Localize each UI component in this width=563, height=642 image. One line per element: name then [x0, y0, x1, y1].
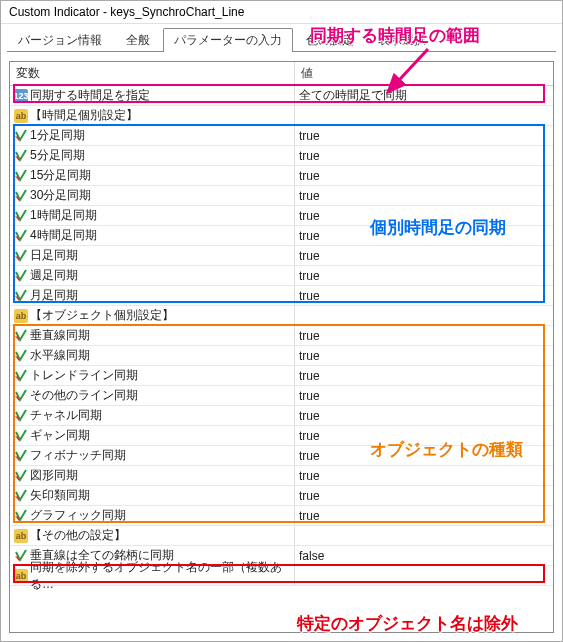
- table-row[interactable]: ギャン同期true: [10, 426, 553, 446]
- variable-label: 【時間足個別設定】: [30, 107, 138, 124]
- table-row[interactable]: その他のライン同期true: [10, 386, 553, 406]
- tab-colors[interactable]: 色の設定: [295, 28, 365, 52]
- cell-value[interactable]: true: [295, 286, 553, 305]
- bool-icon: [14, 509, 28, 523]
- cell-variable: 4時間足同期: [10, 226, 295, 245]
- cell-value[interactable]: true: [295, 506, 553, 525]
- header-value: 値: [295, 62, 553, 85]
- cell-value[interactable]: true: [295, 266, 553, 285]
- variable-label: 1時間足同期: [30, 207, 97, 224]
- bool-icon: [14, 189, 28, 203]
- table-row[interactable]: グラフィック同期true: [10, 506, 553, 526]
- table-row[interactable]: 5分足同期true: [10, 146, 553, 166]
- cell-value[interactable]: true: [295, 186, 553, 205]
- cell-value[interactable]: [295, 106, 553, 125]
- cell-variable: ab【その他の設定】: [10, 526, 295, 545]
- variable-label: チャネル同期: [30, 407, 102, 424]
- bool-icon: [14, 369, 28, 383]
- cell-value[interactable]: [295, 306, 553, 325]
- bool-icon: [14, 389, 28, 403]
- cell-variable: 123同期する時間足を指定: [10, 86, 295, 105]
- cell-value[interactable]: false: [295, 546, 553, 565]
- cell-variable: 月足同期: [10, 286, 295, 305]
- variable-label: 4時間足同期: [30, 227, 97, 244]
- cell-value[interactable]: true: [295, 166, 553, 185]
- cell-value[interactable]: true: [295, 226, 553, 245]
- cell-variable: グラフィック同期: [10, 506, 295, 525]
- variable-label: トレンドライン同期: [30, 367, 138, 384]
- variable-label: フィボナッチ同期: [30, 447, 126, 464]
- bool-icon: [14, 489, 28, 503]
- cell-value[interactable]: [295, 566, 553, 585]
- cell-variable: フィボナッチ同期: [10, 446, 295, 465]
- table-row[interactable]: 日足同期true: [10, 246, 553, 266]
- cell-value[interactable]: true: [295, 326, 553, 345]
- variable-label: その他のライン同期: [30, 387, 138, 404]
- table-row[interactable]: 水平線同期true: [10, 346, 553, 366]
- bool-icon: [14, 269, 28, 283]
- tab-general[interactable]: 全般: [115, 28, 161, 52]
- cell-variable: 図形同期: [10, 466, 295, 485]
- cell-value[interactable]: true: [295, 126, 553, 145]
- cell-value[interactable]: true: [295, 346, 553, 365]
- bool-icon: [14, 549, 28, 563]
- cell-variable: 水平線同期: [10, 346, 295, 365]
- cell-value[interactable]: true: [295, 446, 553, 465]
- table-row[interactable]: ab同期を除外するオブジェクト名の一部（複数ある…: [10, 566, 553, 586]
- table-row[interactable]: 1分足同期true: [10, 126, 553, 146]
- cell-value[interactable]: 全ての時間足で同期: [295, 86, 553, 105]
- table-row[interactable]: ab【オブジェクト個別設定】: [10, 306, 553, 326]
- table-row[interactable]: 15分足同期true: [10, 166, 553, 186]
- tab-display[interactable]: 表示選択: [367, 28, 437, 52]
- bool-icon: [14, 169, 28, 183]
- cell-value[interactable]: true: [295, 146, 553, 165]
- cell-value[interactable]: true: [295, 366, 553, 385]
- string-icon: ab: [14, 529, 28, 543]
- cell-variable: その他のライン同期: [10, 386, 295, 405]
- table-row[interactable]: 123同期する時間足を指定全ての時間足で同期: [10, 86, 553, 106]
- table-row[interactable]: 30分足同期true: [10, 186, 553, 206]
- cell-variable: 1時間足同期: [10, 206, 295, 225]
- variable-label: 月足同期: [30, 287, 78, 304]
- table-row[interactable]: ab【その他の設定】: [10, 526, 553, 546]
- cell-value[interactable]: [295, 526, 553, 545]
- table-row[interactable]: チャネル同期true: [10, 406, 553, 426]
- variable-label: 水平線同期: [30, 347, 90, 364]
- tab-version[interactable]: バージョン情報: [7, 28, 113, 52]
- cell-value[interactable]: true: [295, 466, 553, 485]
- cell-value[interactable]: true: [295, 246, 553, 265]
- table-row[interactable]: 4時間足同期true: [10, 226, 553, 246]
- variable-label: 5分足同期: [30, 147, 85, 164]
- bool-icon: [14, 129, 28, 143]
- tab-bar: バージョン情報 全般 パラメーターの入力 色の設定 表示選択: [1, 24, 562, 52]
- cell-variable: 15分足同期: [10, 166, 295, 185]
- bool-icon: [14, 329, 28, 343]
- cell-variable: 垂直線同期: [10, 326, 295, 345]
- table-row[interactable]: 図形同期true: [10, 466, 553, 486]
- variable-label: 同期を除外するオブジェクト名の一部（複数ある…: [30, 559, 290, 593]
- cell-variable: 30分足同期: [10, 186, 295, 205]
- table-row[interactable]: 矢印類同期true: [10, 486, 553, 506]
- variable-label: 図形同期: [30, 467, 78, 484]
- variable-label: 【その他の設定】: [30, 527, 126, 544]
- table-row[interactable]: フィボナッチ同期true: [10, 446, 553, 466]
- tab-parameters[interactable]: パラメーターの入力: [163, 28, 293, 52]
- cell-variable: 日足同期: [10, 246, 295, 265]
- grid-header: 変数 値: [10, 62, 553, 86]
- cell-value[interactable]: true: [295, 406, 553, 425]
- table-row[interactable]: 1時間足同期true: [10, 206, 553, 226]
- table-row[interactable]: 週足同期true: [10, 266, 553, 286]
- bool-icon: [14, 209, 28, 223]
- table-row[interactable]: トレンドライン同期true: [10, 366, 553, 386]
- cell-variable: ab【オブジェクト個別設定】: [10, 306, 295, 325]
- bool-icon: [14, 349, 28, 363]
- cell-value[interactable]: true: [295, 206, 553, 225]
- bool-icon: [14, 229, 28, 243]
- cell-value[interactable]: true: [295, 486, 553, 505]
- table-row[interactable]: 月足同期true: [10, 286, 553, 306]
- string-icon: ab: [14, 569, 28, 583]
- table-row[interactable]: ab【時間足個別設定】: [10, 106, 553, 126]
- cell-value[interactable]: true: [295, 426, 553, 445]
- table-row[interactable]: 垂直線同期true: [10, 326, 553, 346]
- cell-value[interactable]: true: [295, 386, 553, 405]
